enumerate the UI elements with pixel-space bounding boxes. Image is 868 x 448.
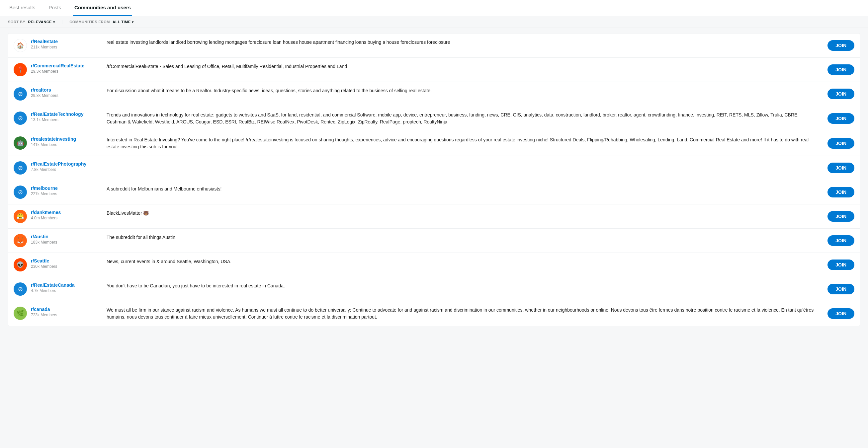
sort-arrow-icon: ▾	[53, 20, 55, 24]
community-avatar-dankmemes: 😤	[13, 210, 27, 223]
community-info-canada: r/canada723k Members	[31, 307, 97, 317]
community-name-realestatetechnology[interactable]: r/RealEstateTechnology	[31, 111, 97, 117]
community-members-realestatetechnology: 13.1k Members	[31, 118, 97, 122]
join-button-melbourne[interactable]: JOIN	[828, 187, 855, 197]
community-avatar-realestate: 🏠	[13, 39, 27, 52]
filter-separator: |	[61, 20, 63, 24]
community-avatar-realestatephotography: ⊘	[13, 161, 27, 174]
tab-communities-and-users[interactable]: Communities and users	[73, 0, 132, 16]
join-button-realestateinvesting[interactable]: JOIN	[828, 138, 855, 149]
communities-from-value-text: ALL TIME	[113, 20, 131, 24]
community-row: 😤r/dankmemes4.0m MembersBlackLivesMatter…	[8, 204, 860, 229]
community-members-realtors: 29.8k Members	[31, 93, 97, 98]
community-avatar-commercialrealestate: 📍	[13, 63, 27, 76]
join-button-realestate[interactable]: JOIN	[828, 40, 855, 51]
join-button-austin[interactable]: JOIN	[828, 235, 855, 246]
community-members-realestate: 211k Members	[31, 45, 97, 50]
join-button-seattle[interactable]: JOIN	[828, 259, 855, 270]
community-avatar-austin: 🦊	[13, 234, 27, 247]
community-members-realestateinvesting: 141k Members	[31, 142, 97, 147]
community-name-melbourne[interactable]: r/melbourne	[31, 186, 97, 191]
tabs-bar: Best resultsPostsCommunities and users	[0, 0, 868, 16]
community-row: 📍r/CommercialRealEstate29.3k Members/r/C…	[8, 58, 860, 82]
community-avatar-realtors: ⊘	[13, 87, 27, 101]
main-content: 🏠r/RealEstate211k Membersreal estate inv…	[8, 33, 860, 326]
community-row: ⊘r/melbourne227k MembersA subreddit for …	[8, 180, 860, 204]
community-row: 🌿r/canada723k MembersWe must all be firm…	[8, 301, 860, 326]
community-name-seattle[interactable]: r/Seattle	[31, 258, 97, 263]
community-row: 👽r/Seattle230k MembersNews, current even…	[8, 253, 860, 277]
community-members-seattle: 230k Members	[31, 264, 97, 269]
community-description-realestatecanada: You don't have to be Canadian, you just …	[101, 282, 824, 289]
community-description-realtors: For discussion about what it means to be…	[101, 87, 824, 94]
community-info-realestateinvesting: r/realestateinvesting141k Members	[31, 136, 97, 147]
join-button-commercialrealestate[interactable]: JOIN	[828, 64, 855, 75]
community-info-realestate: r/RealEstate211k Members	[31, 39, 97, 50]
community-row: 🤖r/realestateinvesting141k MembersIntere…	[8, 131, 860, 156]
community-name-realtors[interactable]: r/realtors	[31, 87, 97, 93]
community-members-realestatecanada: 4.7k Members	[31, 288, 97, 293]
community-info-austin: r/Austin183k Members	[31, 234, 97, 245]
community-name-dankmemes[interactable]: r/dankmemes	[31, 210, 97, 215]
join-button-realtors[interactable]: JOIN	[828, 89, 855, 99]
join-button-realestatetechnology[interactable]: JOIN	[828, 113, 855, 124]
community-description-melbourne: A subreddit for Melburnians and Melbourn…	[101, 186, 824, 192]
community-description-commercialrealestate: /r/CommercialRealEstate - Sales and Leas…	[101, 63, 824, 70]
sort-value-text: RELEVANCE	[28, 20, 52, 24]
community-members-commercialrealestate: 29.3k Members	[31, 69, 97, 74]
community-row: ⊘r/RealEstatePhotography7.8k MembersJOIN	[8, 156, 860, 180]
sort-by-label: SORT BY	[8, 20, 25, 24]
filter-bar: SORT BY RELEVANCE ▾ | COMMUNITIES FROM A…	[0, 16, 868, 28]
community-row: 🦊r/Austin183k MembersThe subreddit for a…	[8, 229, 860, 253]
community-description-canada: We must all be firm in our stance agains…	[101, 307, 824, 321]
community-description-realestate: real estate investing landlords landlord…	[101, 39, 824, 46]
join-button-canada[interactable]: JOIN	[828, 308, 855, 319]
join-button-dankmemes[interactable]: JOIN	[828, 211, 855, 222]
community-avatar-canada: 🌿	[13, 307, 27, 320]
community-members-canada: 723k Members	[31, 313, 97, 317]
community-description-austin: The subreddit for all things Austin.	[101, 234, 824, 241]
join-button-realestatephotography[interactable]: JOIN	[828, 163, 855, 173]
join-button-realestatecanada[interactable]: JOIN	[828, 284, 855, 294]
community-description-dankmemes: BlackLivesMatter 🐻	[101, 210, 824, 217]
sort-value-dropdown[interactable]: RELEVANCE ▾	[28, 20, 55, 24]
community-name-realestatecanada[interactable]: r/RealEstateCanada	[31, 282, 97, 288]
tab-posts[interactable]: Posts	[47, 0, 62, 16]
community-row: ⊘r/realtors29.8k MembersFor discussion a…	[8, 82, 860, 106]
communities-from-label: COMMUNITIES FROM	[69, 20, 110, 24]
community-members-dankmemes: 4.0m Members	[31, 216, 97, 220]
community-description-realestatetechnology: Trends and innovations in technology for…	[101, 111, 824, 125]
community-info-seattle: r/Seattle230k Members	[31, 258, 97, 269]
community-avatar-seattle: 👽	[13, 258, 27, 271]
community-members-austin: 183k Members	[31, 240, 97, 245]
community-row: ⊘r/RealEstateTechnology13.1k MembersTren…	[8, 106, 860, 131]
community-name-realestateinvesting[interactable]: r/realestateinvesting	[31, 136, 97, 142]
community-info-melbourne: r/melbourne227k Members	[31, 186, 97, 196]
community-members-melbourne: 227k Members	[31, 191, 97, 196]
community-name-commercialrealestate[interactable]: r/CommercialRealEstate	[31, 63, 97, 68]
community-members-realestatephotography: 7.8k Members	[31, 167, 97, 172]
communities-from-dropdown[interactable]: ALL TIME ▾	[113, 20, 134, 24]
community-name-canada[interactable]: r/canada	[31, 307, 97, 312]
community-info-dankmemes: r/dankmemes4.0m Members	[31, 210, 97, 220]
communities-from-arrow-icon: ▾	[132, 20, 134, 24]
community-avatar-realestateinvesting: 🤖	[13, 136, 27, 150]
community-avatar-melbourne: ⊘	[13, 186, 27, 199]
tab-best-results[interactable]: Best results	[8, 0, 36, 16]
community-name-austin[interactable]: r/Austin	[31, 234, 97, 239]
community-info-realestatecanada: r/RealEstateCanada4.7k Members	[31, 282, 97, 293]
community-row: 🏠r/RealEstate211k Membersreal estate inv…	[8, 34, 860, 58]
community-row: ⊘r/RealEstateCanada4.7k MembersYou don't…	[8, 277, 860, 301]
community-info-commercialrealestate: r/CommercialRealEstate29.3k Members	[31, 63, 97, 74]
community-info-realtors: r/realtors29.8k Members	[31, 87, 97, 98]
community-description-realestateinvesting: Interested in Real Estate Investing? You…	[101, 136, 824, 150]
community-avatar-realestatetechnology: ⊘	[13, 111, 27, 125]
community-info-realestatephotography: r/RealEstatePhotography7.8k Members	[31, 161, 97, 172]
community-description-seattle: News, current events in & around Seattle…	[101, 258, 824, 265]
community-avatar-realestatecanada: ⊘	[13, 282, 27, 296]
community-name-realestatephotography[interactable]: r/RealEstatePhotography	[31, 161, 97, 167]
community-name-realestate[interactable]: r/RealEstate	[31, 39, 97, 44]
community-info-realestatetechnology: r/RealEstateTechnology13.1k Members	[31, 111, 97, 122]
